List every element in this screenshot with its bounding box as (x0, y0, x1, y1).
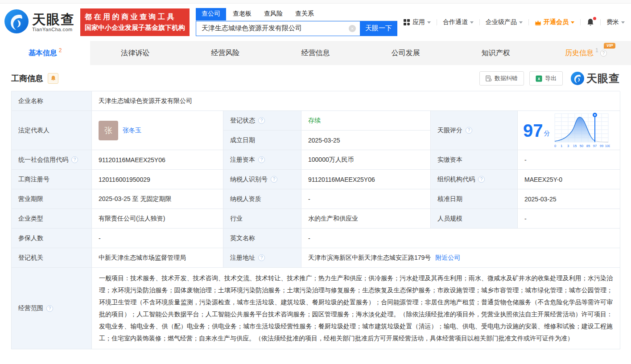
field-label: 注册资本 ? (223, 150, 301, 170)
tab-operating-info[interactable]: 经营信息 (270, 41, 360, 65)
search-submit-button[interactable]: 天眼一下 (360, 21, 397, 36)
nav-divider (437, 19, 437, 25)
search-tab-risk[interactable]: 查风险 (264, 8, 283, 20)
help-icon[interactable]: ? (478, 176, 485, 183)
table-row: 统一社会信用代码 ? 91120116MAEEX25Y06 注册资本 ? 100… (12, 150, 620, 170)
help-icon[interactable]: ? (600, 50, 607, 57)
avatar[interactable]: 张 (99, 121, 118, 140)
chevron-down-icon (519, 21, 523, 24)
field-label: 登记机关 (12, 248, 92, 268)
svg-text:97: 97 (593, 144, 596, 148)
search-tabs: 查公司 查老板 查风险 查关系 (196, 9, 397, 21)
score-value: 97 (523, 122, 543, 139)
export-button[interactable]: X 导出 (529, 71, 563, 86)
help-icon[interactable]: ? (258, 117, 265, 124)
field-label-text: 注册地址 (230, 254, 255, 262)
nav-apps-label: 应用 (412, 18, 425, 26)
search-tab-relation[interactable]: 查关系 (295, 8, 314, 20)
tab-company-development[interactable]: 公司发展 (361, 41, 451, 65)
reg-authority-value: 中新天津生态城市场监督管理局 (92, 248, 223, 268)
help-icon[interactable]: ? (71, 156, 78, 163)
business-info-header: 工商信息 数据纠错 X 导出 天眼查 (11, 71, 620, 86)
reg-address-cell: 天津市滨海新区中新天津生态城安正路179号 附近公司 (301, 248, 620, 268)
field-label: 营业期限 (12, 189, 92, 209)
export-label: 导出 (545, 74, 557, 82)
svg-text:15: 15 (573, 144, 576, 148)
field-label: 统一社会信用代码 ? (12, 150, 92, 170)
data-correction-button[interactable]: 数据纠错 (479, 71, 524, 86)
logo-text: 天眼查 TianYanCha.com (32, 12, 75, 32)
table-row: 工商注册号 120116001950029 纳税人识别号 ? 91120116M… (12, 170, 620, 189)
field-label-text: 登记状态 (230, 117, 255, 125)
company-section-tabbar: 基本信息 2 法律诉讼 经营风险 经营信息 公司发展 知识产权 VIP 历史信息… (0, 41, 631, 65)
tianyancha-logo[interactable]: 天眼查 TianYanCha.com (4, 9, 75, 35)
field-label-text: 组织机构代码 (437, 176, 475, 184)
nav-user[interactable]: 费米 (606, 18, 625, 26)
staff-size-value: - (518, 209, 620, 229)
svg-text:50: 50 (579, 144, 583, 148)
field-label: 纳税人资质 (223, 189, 301, 209)
reg-address-value: 天津市滨海新区中新天津生态城安正路179号 (308, 254, 431, 262)
site-header: 天眼查 TianYanCha.com 都在用的商业查询工具 国家中小企业发展子基… (0, 4, 631, 41)
help-icon[interactable]: ? (258, 156, 265, 163)
field-label: 英文名称 (223, 229, 301, 248)
notification-dot (593, 17, 596, 20)
chevron-down-icon (427, 21, 431, 24)
notifications-bell-icon[interactable] (586, 18, 594, 27)
apps-grid-icon (404, 19, 410, 25)
watermark-text: 天眼查 (586, 71, 620, 86)
score-distribution-chart: 0 1 3 15 50 85 97 99 100 (553, 112, 610, 149)
brand-name: 天眼查 (32, 12, 75, 27)
top-navigation: 应用 合作通道 企业级产品 开通会员 费米 (404, 18, 625, 27)
subscribe-bell-icon[interactable] (48, 73, 58, 84)
nav-enterprise[interactable]: 企业级产品 (486, 18, 523, 26)
search-tab-boss[interactable]: 查老板 (233, 8, 252, 20)
reg-capital-value: 100000万人民币 (301, 150, 431, 170)
nav-apps[interactable]: 应用 (404, 18, 431, 26)
nav-vip-upgrade[interactable]: 开通会员 (535, 18, 574, 26)
est-date-value: 2025-03-25 (301, 131, 431, 150)
taxpayer-id-value: 91120116MAEEX25Y06 (301, 170, 431, 189)
field-label-text: 统一社会信用代码 (18, 156, 68, 164)
nav-partner[interactable]: 合作通道 (443, 18, 474, 26)
svg-text:X: X (537, 77, 540, 81)
svg-text:0: 0 (554, 144, 556, 148)
field-label: 人员规模 (431, 209, 518, 229)
field-label: 注册地址 ? (223, 248, 301, 268)
search-input[interactable] (196, 25, 360, 32)
help-icon[interactable]: ? (466, 127, 472, 134)
table-row: 企业名称 天津生态城绿色资源开发有限公司 (12, 91, 620, 111)
brand-domain: TianYanCha.com (32, 27, 75, 32)
tab-intellectual-property[interactable]: 知识产权 (451, 41, 541, 65)
nearby-companies-link[interactable]: 附近公司 (435, 254, 460, 262)
legal-rep-link[interactable]: 张冬玉 (123, 127, 141, 135)
tab-label: 经营风险 (211, 49, 239, 58)
tab-history-info[interactable]: VIP 历史信息 1 ? (541, 41, 631, 65)
field-label: 参保人数 (12, 229, 92, 248)
field-label: 登记状态 ? (223, 111, 301, 131)
help-icon[interactable]: ? (46, 305, 53, 312)
vip-badge: VIP (604, 43, 616, 49)
help-icon[interactable]: ? (271, 176, 277, 183)
table-row: 经营范围 ? 一般项目：技术服务、技术开发、技术咨询、技术交流、技术转让、技术推… (12, 268, 620, 349)
slogan-line2: 国家中小企业发展子基金旗下机构 (85, 24, 185, 32)
field-label: 经营范围 ? (12, 268, 92, 349)
field-label: 实缴资本 (431, 150, 518, 170)
nav-divider (580, 19, 581, 25)
field-label: 法定代表人 (12, 111, 92, 150)
main-content: 工商信息 数据纠错 X 导出 天眼查 (0, 71, 631, 349)
table-row: 营业期限 2025-03-25 至 无固定期限 纳税人资质 - 核准日期 202… (12, 189, 620, 209)
tab-label: 经营信息 (301, 49, 330, 58)
tab-legal-proceedings[interactable]: 法律诉讼 (90, 41, 180, 65)
nav-divider (600, 19, 601, 25)
field-label: 成立日期 (223, 131, 301, 150)
nav-user-label: 费米 (606, 18, 619, 26)
tab-operating-risk[interactable]: 经营风险 (180, 41, 270, 65)
search-tab-company[interactable]: 查公司 (196, 8, 226, 20)
table-row: 登记状态 ? 存续 (223, 111, 431, 131)
help-icon[interactable]: ? (258, 254, 265, 261)
chevron-down-icon (470, 21, 474, 24)
clear-search-icon[interactable]: × (349, 25, 356, 32)
tab-basic-info[interactable]: 基本信息 2 (0, 41, 90, 65)
svg-text:100: 100 (605, 144, 610, 148)
